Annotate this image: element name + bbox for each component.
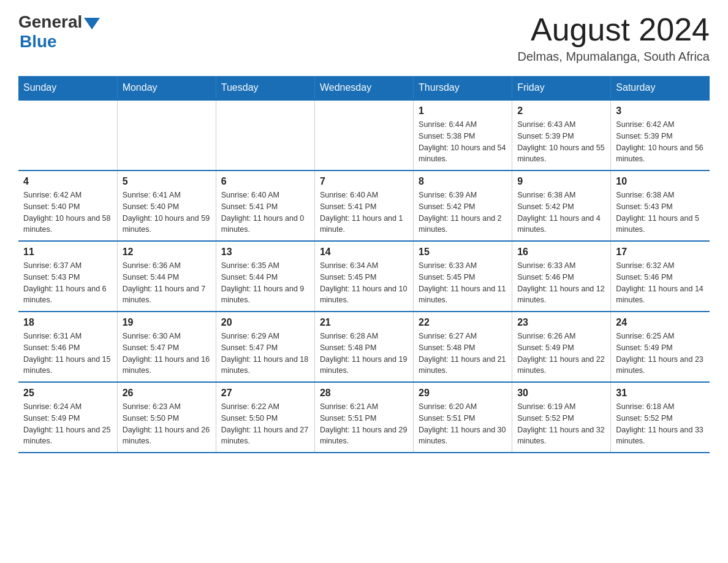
day-header-sunday: Sunday bbox=[18, 76, 117, 100]
calendar-cell: 14Sunrise: 6:34 AMSunset: 5:45 PMDayligh… bbox=[314, 241, 413, 312]
calendar-header: SundayMondayTuesdayWednesdayThursdayFrid… bbox=[18, 76, 710, 100]
day-info: Sunrise: 6:23 AMSunset: 5:50 PMDaylight:… bbox=[123, 401, 211, 447]
calendar-cell: 21Sunrise: 6:28 AMSunset: 5:48 PMDayligh… bbox=[314, 312, 413, 382]
day-number: 20 bbox=[221, 317, 309, 328]
calendar-cell: 8Sunrise: 6:39 AMSunset: 5:42 PMDaylight… bbox=[414, 170, 512, 241]
day-info: Sunrise: 6:27 AMSunset: 5:48 PMDaylight:… bbox=[419, 331, 507, 377]
calendar-cell: 20Sunrise: 6:29 AMSunset: 5:47 PMDayligh… bbox=[216, 312, 314, 382]
calendar-cell: 12Sunrise: 6:36 AMSunset: 5:44 PMDayligh… bbox=[117, 241, 216, 312]
calendar-cell: 6Sunrise: 6:40 AMSunset: 5:41 PMDaylight… bbox=[216, 170, 314, 241]
calendar-cell: 29Sunrise: 6:20 AMSunset: 5:51 PMDayligh… bbox=[414, 382, 512, 453]
day-info: Sunrise: 6:39 AMSunset: 5:42 PMDaylight:… bbox=[419, 190, 507, 236]
day-info: Sunrise: 6:40 AMSunset: 5:41 PMDaylight:… bbox=[221, 190, 309, 236]
calendar-cell: 1Sunrise: 6:44 AMSunset: 5:38 PMDaylight… bbox=[414, 100, 512, 170]
day-header-monday: Monday bbox=[117, 76, 216, 100]
day-info: Sunrise: 6:44 AMSunset: 5:38 PMDaylight:… bbox=[419, 119, 507, 165]
calendar-table: SundayMondayTuesdayWednesdayThursdayFrid… bbox=[18, 76, 710, 453]
day-number: 17 bbox=[616, 247, 705, 258]
calendar-cell bbox=[117, 100, 216, 170]
day-info: Sunrise: 6:18 AMSunset: 5:52 PMDaylight:… bbox=[616, 401, 705, 447]
calendar-cell: 26Sunrise: 6:23 AMSunset: 5:50 PMDayligh… bbox=[117, 382, 216, 453]
calendar-cell: 7Sunrise: 6:40 AMSunset: 5:41 PMDaylight… bbox=[314, 170, 413, 241]
day-info: Sunrise: 6:43 AMSunset: 5:39 PMDaylight:… bbox=[517, 119, 605, 165]
day-number: 2 bbox=[517, 105, 605, 117]
day-number: 14 bbox=[320, 247, 408, 258]
day-header-wednesday: Wednesday bbox=[314, 76, 413, 100]
calendar-cell bbox=[18, 100, 117, 170]
calendar-cell bbox=[314, 100, 413, 170]
day-info: Sunrise: 6:29 AMSunset: 5:47 PMDaylight:… bbox=[221, 331, 309, 377]
day-number: 5 bbox=[123, 176, 211, 187]
logo-triangle-icon bbox=[84, 18, 100, 29]
day-number: 19 bbox=[123, 317, 211, 328]
day-info: Sunrise: 6:22 AMSunset: 5:50 PMDaylight:… bbox=[221, 401, 309, 447]
day-info: Sunrise: 6:24 AMSunset: 5:49 PMDaylight:… bbox=[23, 401, 112, 447]
day-number: 12 bbox=[123, 247, 211, 258]
day-number: 24 bbox=[616, 317, 705, 328]
day-number: 6 bbox=[221, 176, 309, 187]
day-info: Sunrise: 6:25 AMSunset: 5:49 PMDaylight:… bbox=[616, 331, 705, 377]
calendar-cell: 2Sunrise: 6:43 AMSunset: 5:39 PMDaylight… bbox=[512, 100, 611, 170]
calendar-cell: 28Sunrise: 6:21 AMSunset: 5:51 PMDayligh… bbox=[314, 382, 413, 453]
week-row-2: 4Sunrise: 6:42 AMSunset: 5:40 PMDaylight… bbox=[18, 170, 710, 241]
day-number: 28 bbox=[320, 388, 408, 399]
calendar-cell: 15Sunrise: 6:33 AMSunset: 5:45 PMDayligh… bbox=[414, 241, 512, 312]
day-info: Sunrise: 6:38 AMSunset: 5:43 PMDaylight:… bbox=[616, 190, 705, 236]
day-number: 1 bbox=[419, 105, 507, 117]
calendar-cell: 24Sunrise: 6:25 AMSunset: 5:49 PMDayligh… bbox=[611, 312, 710, 382]
calendar-cell: 11Sunrise: 6:37 AMSunset: 5:43 PMDayligh… bbox=[18, 241, 117, 312]
day-number: 26 bbox=[123, 388, 211, 399]
calendar-cell: 30Sunrise: 6:19 AMSunset: 5:52 PMDayligh… bbox=[512, 382, 611, 453]
calendar-cell: 23Sunrise: 6:26 AMSunset: 5:49 PMDayligh… bbox=[512, 312, 611, 382]
calendar-cell: 18Sunrise: 6:31 AMSunset: 5:46 PMDayligh… bbox=[18, 312, 117, 382]
calendar-cell: 25Sunrise: 6:24 AMSunset: 5:49 PMDayligh… bbox=[18, 382, 117, 453]
day-number: 13 bbox=[221, 247, 309, 258]
day-number: 25 bbox=[23, 388, 112, 399]
calendar-cell: 16Sunrise: 6:33 AMSunset: 5:46 PMDayligh… bbox=[512, 241, 611, 312]
calendar-cell: 27Sunrise: 6:22 AMSunset: 5:50 PMDayligh… bbox=[216, 382, 314, 453]
calendar-body: 1Sunrise: 6:44 AMSunset: 5:38 PMDaylight… bbox=[18, 100, 710, 453]
day-info: Sunrise: 6:33 AMSunset: 5:46 PMDaylight:… bbox=[517, 260, 605, 306]
week-row-3: 11Sunrise: 6:37 AMSunset: 5:43 PMDayligh… bbox=[18, 241, 710, 312]
location: Delmas, Mpumalanga, South Africa bbox=[518, 50, 710, 64]
day-header-tuesday: Tuesday bbox=[216, 76, 314, 100]
day-info: Sunrise: 6:35 AMSunset: 5:44 PMDaylight:… bbox=[221, 260, 309, 306]
day-info: Sunrise: 6:37 AMSunset: 5:43 PMDaylight:… bbox=[23, 260, 112, 306]
day-info: Sunrise: 6:28 AMSunset: 5:48 PMDaylight:… bbox=[320, 331, 408, 377]
calendar-cell: 3Sunrise: 6:42 AMSunset: 5:39 PMDaylight… bbox=[611, 100, 710, 170]
day-info: Sunrise: 6:36 AMSunset: 5:44 PMDaylight:… bbox=[123, 260, 211, 306]
day-info: Sunrise: 6:32 AMSunset: 5:46 PMDaylight:… bbox=[616, 260, 705, 306]
day-number: 18 bbox=[23, 317, 112, 328]
day-info: Sunrise: 6:19 AMSunset: 5:52 PMDaylight:… bbox=[517, 401, 605, 447]
day-info: Sunrise: 6:21 AMSunset: 5:51 PMDaylight:… bbox=[320, 401, 408, 447]
day-number: 16 bbox=[517, 247, 605, 258]
day-number: 3 bbox=[616, 105, 705, 117]
day-number: 27 bbox=[221, 388, 309, 399]
day-header-friday: Friday bbox=[512, 76, 611, 100]
day-info: Sunrise: 6:41 AMSunset: 5:40 PMDaylight:… bbox=[123, 190, 211, 236]
header: General Blue August 2024 Delmas, Mpumala… bbox=[18, 12, 710, 64]
day-info: Sunrise: 6:42 AMSunset: 5:39 PMDaylight:… bbox=[616, 119, 705, 165]
calendar-cell: 13Sunrise: 6:35 AMSunset: 5:44 PMDayligh… bbox=[216, 241, 314, 312]
calendar-cell: 9Sunrise: 6:38 AMSunset: 5:42 PMDaylight… bbox=[512, 170, 611, 241]
day-number: 31 bbox=[616, 388, 705, 399]
month-title: August 2024 bbox=[518, 12, 710, 47]
day-number: 8 bbox=[419, 176, 507, 187]
calendar-cell: 19Sunrise: 6:30 AMSunset: 5:47 PMDayligh… bbox=[117, 312, 216, 382]
calendar-cell bbox=[216, 100, 314, 170]
day-info: Sunrise: 6:26 AMSunset: 5:49 PMDaylight:… bbox=[517, 331, 605, 377]
day-number: 7 bbox=[320, 176, 408, 187]
days-header-row: SundayMondayTuesdayWednesdayThursdayFrid… bbox=[18, 76, 710, 100]
day-header-saturday: Saturday bbox=[611, 76, 710, 100]
day-info: Sunrise: 6:42 AMSunset: 5:40 PMDaylight:… bbox=[23, 190, 112, 236]
day-number: 23 bbox=[517, 317, 605, 328]
logo: General Blue bbox=[18, 12, 100, 52]
day-number: 9 bbox=[517, 176, 605, 187]
calendar-cell: 22Sunrise: 6:27 AMSunset: 5:48 PMDayligh… bbox=[414, 312, 512, 382]
week-row-4: 18Sunrise: 6:31 AMSunset: 5:46 PMDayligh… bbox=[18, 312, 710, 382]
day-info: Sunrise: 6:40 AMSunset: 5:41 PMDaylight:… bbox=[320, 190, 408, 236]
day-number: 10 bbox=[616, 176, 705, 187]
calendar-cell: 17Sunrise: 6:32 AMSunset: 5:46 PMDayligh… bbox=[611, 241, 710, 312]
week-row-5: 25Sunrise: 6:24 AMSunset: 5:49 PMDayligh… bbox=[18, 382, 710, 453]
day-header-thursday: Thursday bbox=[414, 76, 512, 100]
